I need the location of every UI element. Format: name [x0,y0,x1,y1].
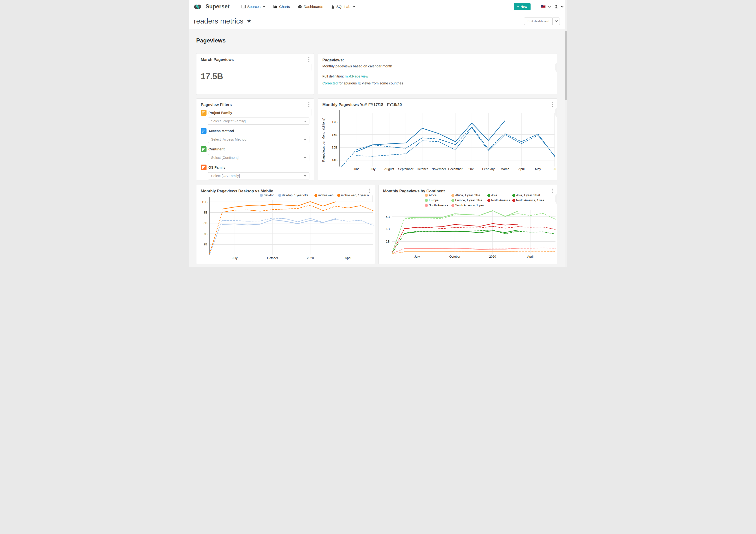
svg-text:October: October [449,255,461,258]
new-button[interactable]: +New [514,3,530,10]
continent-line-chart: 2B4B6BJulyOctober2020April [379,185,557,264]
navbar-right: +New [514,3,567,10]
svg-text:July: July [370,167,376,171]
full-definition-line: Full definition: m:R:Page view [322,74,553,78]
series-line-desktop-1-year-offset [210,218,373,254]
filter-label: OS Family [208,165,226,169]
resize-handle[interactable] [311,108,313,117]
svg-text:July: July [232,256,238,260]
kebab-menu-icon[interactable] [307,57,310,62]
svg-text:6B: 6B [386,215,390,218]
table-icon [242,5,246,8]
desktop-mobile-line-chart: 2B4B6B8B10BJulyOctober2020April [197,185,375,264]
svg-text:May: May [535,167,541,171]
svg-text:June: June [353,167,360,171]
nav-item-label: Sources [247,5,260,9]
svg-text:2020: 2020 [307,256,314,260]
favorite-star-icon[interactable]: ★ [247,18,252,24]
svg-text:March: March [500,167,509,171]
svg-text:2020: 2020 [489,255,496,258]
nav-item-label: SQL Lab [336,5,350,9]
svg-text:April: April [345,256,351,260]
filter-label: Access Method [208,129,234,133]
user-icon [554,5,558,9]
caret-down-icon [304,139,306,140]
edit-dashboard-button[interactable]: Edit dashboard [524,17,553,25]
scrollbar-thumb[interactable] [565,31,567,100]
kebab-menu-icon[interactable] [307,102,310,107]
kpi-value: 17.5B [197,62,314,81]
us-flag-icon [541,5,546,8]
card-pageviews-definition: Pageviews: Monthly pageviews based on ca… [318,53,557,95]
svg-text:April: April [527,255,533,258]
chevron-down-icon [555,20,558,22]
select-placeholder: Select [OS Family] [211,174,240,178]
nav-item-sql-lab[interactable]: SQL Lab [331,5,355,9]
svg-text:15B: 15B [332,146,338,149]
svg-text:14B: 14B [332,158,338,162]
svg-text:September: September [398,167,414,171]
nav-item-charts[interactable]: Charts [273,5,290,9]
filter-label-row: OS Family [201,165,310,170]
yoy-line-chart: 14B15B16B17BJuneJulyAugustSeptemberOctob… [318,98,557,180]
svg-text:October: October [417,167,428,171]
resize-handle[interactable] [555,63,556,72]
edit-dashboard-split-button: Edit dashboard [524,17,560,25]
filter-label: Project Family [208,111,232,115]
markdown-body: Pageviews: Monthly pageviews based on ca… [318,53,557,85]
svg-text:4B: 4B [386,227,390,231]
section-header-pageviews: Pageviews [196,37,226,44]
caret-down-icon [304,121,306,122]
filter-label: Continent [208,147,225,151]
nav-item-sources[interactable]: Sources [242,5,265,9]
page-title: readers metrics [194,17,243,25]
language-selector[interactable] [541,5,551,8]
svg-text:Pageviews per Month (billions): Pageviews per Month (billions) [322,118,325,162]
series-line-asia [405,230,518,234]
series-line-mobile-web [222,202,336,209]
corrected-line: Corrected for spurious IE views from som… [322,81,553,85]
series-line-1-year-offset-dashed- [339,127,554,169]
select-placeholder: Select [Access Method] [211,137,248,141]
svg-text:December: December [448,167,463,171]
svg-text:February: February [482,167,495,171]
brand-name[interactable]: Superset [205,3,230,10]
filter-list-icon [201,128,206,134]
corrected-link[interactable]: Corrected [322,81,338,85]
svg-text:November: November [432,167,446,171]
definition-link[interactable]: m:R:Page view [345,74,368,78]
svg-text:2B: 2B [203,242,207,246]
filter-select-project-family[interactable]: Select [Project Family] [208,118,310,125]
filter-select-os-family[interactable]: Select [OS Family] [208,172,310,180]
svg-text:July: July [414,255,420,258]
card-by-continent: Monthly Pageviews by Continent AfricaAfr… [378,185,557,264]
series-line-africa-1-year-offset [392,251,555,254]
filter-select-continent[interactable]: Select [Continent] [208,154,310,161]
svg-text:10B: 10B [202,200,207,204]
svg-text:4B: 4B [203,232,207,236]
page-scrollbar [565,0,567,267]
card-pageview-filters: Pageview Filters Project FamilySelect [P… [196,98,314,181]
top-navbar: Superset SourcesChartsDashboardsSQL Lab … [189,0,567,13]
card-desktop-vs-mobile: Monthly Pageviews Desktop vs Mobile desk… [196,185,375,264]
chevron-down-icon [262,6,265,8]
select-placeholder: Select [Continent] [211,156,238,159]
filter-list-icon [201,165,206,170]
svg-text:Ju: Ju [553,167,556,171]
edit-dashboard-caret[interactable] [553,17,560,25]
caret-down-icon [304,175,306,177]
series-line-desktop [222,218,336,225]
filter-list-icon [201,110,206,116]
filter-select-access-method[interactable]: Select [Access Method] [208,136,310,143]
filter-label-row: Access Method [201,128,310,134]
chevron-down-icon [548,6,551,8]
user-menu[interactable] [554,5,564,9]
superset-logo[interactable]: Superset [189,3,230,10]
chevron-down-icon [352,6,355,8]
resize-handle[interactable] [311,63,313,72]
definition-line: Monthly pageviews based on calendar mont… [322,64,553,68]
gauge-icon [298,5,302,9]
svg-text:8B: 8B [203,211,207,214]
nav-item-dashboards[interactable]: Dashboards [298,5,323,9]
nav-menu: SourcesChartsDashboardsSQL Lab [242,5,355,9]
